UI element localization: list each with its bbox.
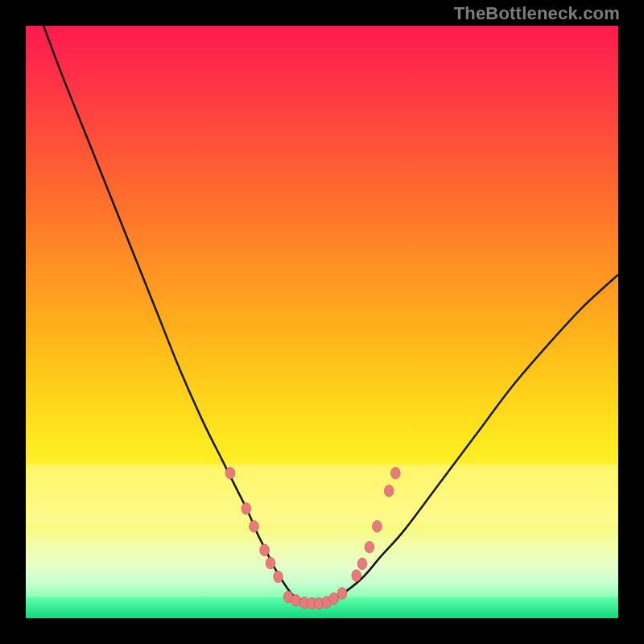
curve-dot [250,521,259,533]
curve-dot [337,588,347,600]
curve-dot [291,595,301,607]
curve-dot [274,571,283,583]
curve-dot [357,558,367,570]
curve-dot [266,557,275,569]
chart-stage: TheBottleneck.com [0,0,644,644]
curve-dot [390,467,400,479]
dot-markers [225,467,400,609]
curve-dot [242,503,251,515]
curve-dot [384,485,394,497]
plot-area [26,26,618,618]
curve-dot [260,544,270,556]
bottleneck-curve [43,26,618,604]
curve-dot [373,521,382,533]
watermark-text: TheBottleneck.com [454,3,620,24]
curve-dot [365,541,374,553]
curve-dot [352,570,361,582]
curve-dot [329,592,339,605]
curve-svg [26,26,618,618]
curve-dot [225,467,235,479]
